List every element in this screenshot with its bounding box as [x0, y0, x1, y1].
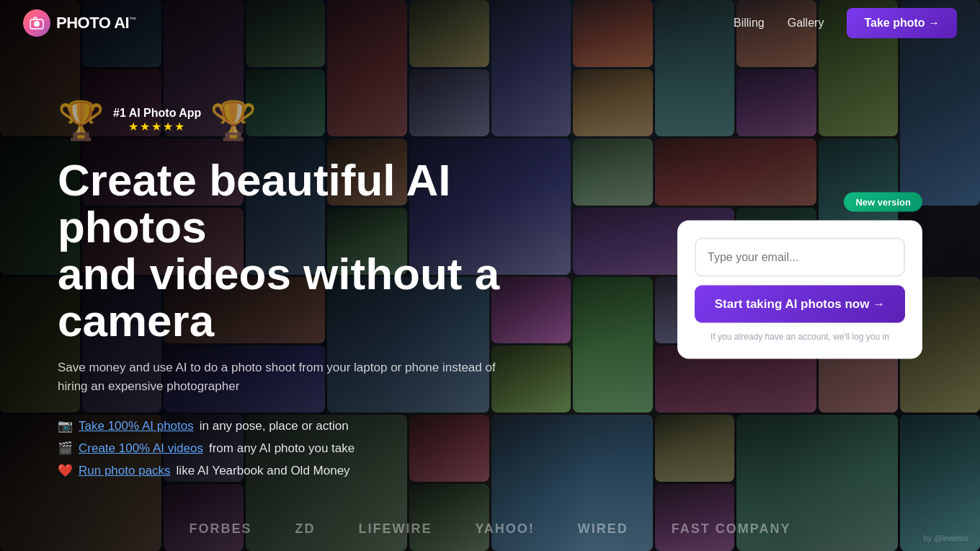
email-input[interactable] [695, 238, 905, 277]
feature3-link[interactable]: Run photo packs [79, 464, 171, 478]
feature-item-photos: 📷 Take 100% AI photos in any pose, place… [58, 418, 649, 433]
brand-logo-5: Fast Company [672, 521, 791, 537]
logo[interactable]: PHOTO AI™ [23, 9, 136, 37]
feature2-link[interactable]: Create 100% AI videos [79, 441, 203, 456]
award-badge: 🏆 #1 AI Photo App ★★★★★ 🏆 [58, 102, 649, 139]
nav-links: Billing Gallery Take photo → [734, 8, 957, 38]
award-stars: ★★★★★ [113, 120, 201, 133]
video-emoji: 🎬 [58, 441, 73, 456]
new-version-badge: New version [844, 193, 922, 212]
headline-line2: and videos without a camera [58, 249, 499, 345]
cta-panel: New version Start taking AI photos now →… [677, 193, 922, 359]
laurel-right-icon: 🏆 [210, 102, 257, 139]
award-rank: #1 AI Photo App [113, 107, 201, 120]
billing-link[interactable]: Billing [734, 17, 765, 30]
logo-icon [23, 9, 50, 37]
cta-form: Start taking AI photos now → If you alre… [677, 221, 922, 359]
brand-logo-1: ZD [295, 521, 315, 537]
headline-line1: Create beautiful AI photos [58, 155, 450, 252]
logo-tm: ™ [129, 16, 136, 24]
heart-emoji: ❤️ [58, 463, 73, 478]
start-photos-button[interactable]: Start taking AI photos now → [695, 286, 905, 323]
camera-icon [29, 15, 45, 31]
svg-point-0 [34, 21, 40, 27]
attribution-text: by @levelsio [923, 534, 968, 542]
camera-emoji: 📷 [58, 418, 73, 433]
brand-logos: Forbes ZD Lifewire Yahoo! Wired Fast Com… [0, 521, 980, 537]
hero-content: 🏆 #1 AI Photo App ★★★★★ 🏆 Create beautif… [0, 0, 649, 551]
cta-note: If you already have an account, we'll lo… [695, 332, 905, 342]
laurel-left-icon: 🏆 [58, 102, 104, 139]
logo-brand: PHOTO [56, 14, 110, 32]
feature-item-packs: ❤️ Run photo packs like AI Yearbook and … [58, 463, 649, 478]
award-text: #1 AI Photo App ★★★★★ [113, 107, 201, 133]
feature1-link[interactable]: Take 100% AI photos [79, 419, 194, 433]
attribution: by @levelsio [923, 534, 968, 542]
cta-button-label: Start taking AI photos now → [715, 297, 885, 312]
brand-logo-0: Forbes [189, 521, 251, 537]
brand-logo-2: Lifewire [358, 521, 432, 537]
take-photo-button[interactable]: Take photo → [847, 8, 957, 38]
gallery-link[interactable]: Gallery [788, 17, 824, 30]
brand-logo-4: Wired [578, 521, 628, 537]
feature-list: 📷 Take 100% AI photos in any pose, place… [58, 418, 649, 478]
navbar: PHOTO AI™ Billing Gallery Take photo → [0, 0, 980, 46]
logo-text: PHOTO AI™ [56, 14, 136, 32]
feature1-suffix: in any pose, place or action [200, 419, 349, 433]
logo-ai-label: AI [114, 14, 129, 32]
feature3-suffix: like AI Yearbook and Old Money [177, 464, 350, 478]
feature2-suffix: from any AI photo you take [209, 441, 355, 456]
feature-item-videos: 🎬 Create 100% AI videos from any AI phot… [58, 441, 649, 456]
hero-headline: Create beautiful AI photos and videos wi… [58, 157, 605, 344]
brand-logo-3: Yahoo! [475, 521, 534, 537]
hero-subheadline: Save money and use AI to do a photo shoo… [58, 358, 504, 395]
